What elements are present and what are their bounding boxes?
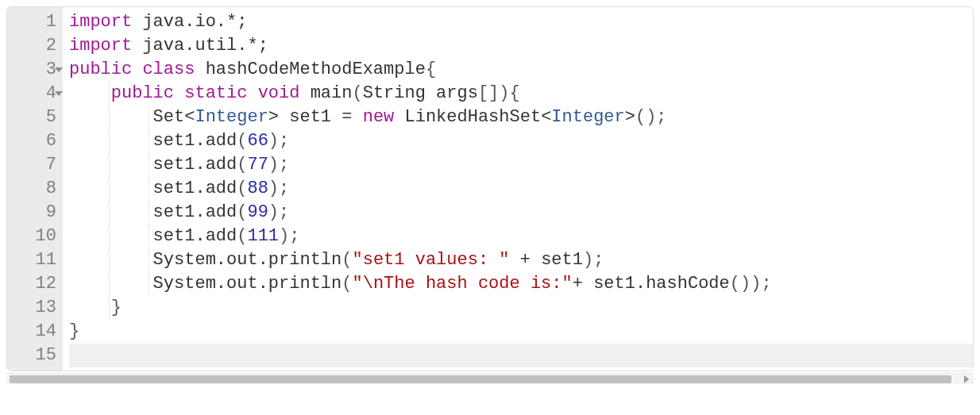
code-token: new bbox=[363, 107, 395, 127]
code-line[interactable]: set1.add(111); bbox=[69, 225, 973, 248]
code-token: import bbox=[69, 12, 132, 32]
code-editor[interactable]: 123456789101112131415 import java.io.*;i… bbox=[6, 6, 974, 371]
code-token: void bbox=[258, 83, 300, 103]
fold-toggle-icon[interactable] bbox=[55, 67, 63, 72]
code-token: ( bbox=[237, 155, 247, 175]
line-number: 2 bbox=[20, 34, 56, 58]
code-line[interactable]: set1.add(99); bbox=[69, 201, 973, 225]
code-token: "set1 values: " bbox=[352, 250, 509, 270]
code-token: ); bbox=[268, 179, 289, 198]
code-line[interactable]: } bbox=[69, 320, 973, 344]
active-line-highlight bbox=[69, 344, 973, 367]
code-token: 111 bbox=[247, 226, 279, 246]
code-token: set1 bbox=[69, 131, 195, 151]
code-token: out bbox=[226, 274, 258, 294]
code-token: java bbox=[132, 36, 184, 56]
line-number: 14 bbox=[20, 320, 56, 344]
code-token: Set bbox=[69, 107, 184, 127]
line-number: 6 bbox=[20, 129, 56, 153]
line-number: 1 bbox=[20, 10, 56, 34]
code-token: ( bbox=[341, 250, 352, 270]
code-token bbox=[132, 60, 142, 79]
horizontal-scrollbar[interactable] bbox=[6, 373, 974, 384]
code-line[interactable] bbox=[69, 344, 973, 367]
code-token: . bbox=[195, 179, 205, 198]
code-token: } bbox=[111, 298, 122, 317]
line-number: 5 bbox=[20, 106, 56, 129]
line-number: 8 bbox=[20, 177, 56, 201]
code-token: (); bbox=[635, 107, 667, 127]
code-token: { bbox=[426, 60, 436, 79]
code-token: public bbox=[69, 60, 132, 79]
code-token: > bbox=[625, 107, 635, 127]
code-token: ( bbox=[341, 274, 352, 294]
line-number: 11 bbox=[20, 248, 56, 272]
code-area[interactable]: import java.io.*;import java.util.*;publ… bbox=[63, 7, 973, 371]
code-token: . bbox=[258, 250, 268, 270]
code-token: . bbox=[195, 155, 205, 175]
code-token: out bbox=[226, 250, 258, 270]
scrollbar-thumb[interactable] bbox=[10, 375, 951, 383]
code-token: . bbox=[216, 250, 226, 270]
code-token: println bbox=[268, 274, 341, 294]
line-number: 13 bbox=[20, 296, 56, 320]
code-line[interactable]: set1.add(66); bbox=[69, 129, 973, 153]
code-token: set1 bbox=[69, 226, 195, 246]
code-token: = bbox=[341, 107, 352, 127]
code-token: set1 bbox=[69, 179, 195, 198]
line-number: 15 bbox=[20, 344, 56, 367]
code-line[interactable]: public static void main(String args[]){ bbox=[69, 82, 973, 106]
code-line[interactable]: import java.io.*; bbox=[69, 10, 973, 34]
code-line[interactable]: set1.add(88); bbox=[69, 177, 973, 201]
line-number: 12 bbox=[20, 272, 56, 296]
code-token: . bbox=[195, 202, 205, 222]
code-token: System bbox=[69, 250, 216, 270]
code-token: add bbox=[206, 179, 237, 198]
code-token: set1 bbox=[279, 107, 341, 127]
code-token: 66 bbox=[247, 131, 268, 151]
code-token: . bbox=[184, 36, 195, 56]
code-token: ( bbox=[237, 131, 247, 151]
code-token: ); bbox=[279, 226, 299, 246]
code-token: []){ bbox=[478, 83, 520, 103]
code-token: set1 bbox=[583, 274, 635, 294]
code-token: ); bbox=[268, 131, 289, 151]
code-line[interactable]: set1.add(77); bbox=[69, 153, 973, 177]
code-line[interactable]: System.out.println("set1 values: " + set… bbox=[69, 248, 973, 272]
code-token: "\nThe hash code is:" bbox=[352, 274, 572, 294]
code-token: 99 bbox=[247, 202, 268, 222]
code-token: . bbox=[258, 274, 268, 294]
code-token: set1 bbox=[69, 155, 195, 175]
line-number: 9 bbox=[20, 201, 56, 225]
fold-toggle-icon[interactable] bbox=[55, 91, 63, 96]
line-number-gutter: 123456789101112131415 bbox=[7, 7, 63, 371]
code-token: class bbox=[142, 60, 195, 79]
code-token: Integer bbox=[551, 107, 624, 127]
code-token: .*; bbox=[237, 36, 268, 56]
code-token: < bbox=[184, 107, 195, 127]
code-token: java bbox=[132, 12, 184, 32]
code-token: hashCodeMethodExample bbox=[195, 60, 425, 79]
code-line[interactable]: import java.util.*; bbox=[69, 34, 973, 58]
code-token bbox=[247, 83, 257, 103]
code-token: ); bbox=[268, 155, 289, 175]
code-token: println bbox=[268, 250, 341, 270]
code-token: 77 bbox=[247, 155, 268, 175]
code-token: ( bbox=[237, 226, 247, 246]
scroll-right-icon[interactable] bbox=[964, 375, 969, 383]
code-token: . bbox=[635, 274, 646, 294]
code-token: > bbox=[268, 107, 279, 127]
code-line[interactable]: System.out.println("\nThe hash code is:"… bbox=[69, 272, 973, 296]
code-token: . bbox=[195, 131, 205, 151]
code-token: LinkedHashSet bbox=[394, 107, 541, 127]
code-line[interactable]: Set<Integer> set1 = new LinkedHashSet<In… bbox=[69, 106, 973, 129]
code-line[interactable]: } bbox=[69, 296, 973, 320]
code-token: ( bbox=[237, 202, 247, 222]
code-token: hashCode bbox=[646, 274, 730, 294]
code-token: ( bbox=[352, 83, 362, 103]
code-token: import bbox=[69, 36, 132, 56]
code-token bbox=[69, 298, 111, 317]
code-token: io bbox=[195, 12, 215, 32]
code-line[interactable]: public class hashCodeMethodExample{ bbox=[69, 58, 973, 82]
code-token: ); bbox=[268, 202, 289, 222]
